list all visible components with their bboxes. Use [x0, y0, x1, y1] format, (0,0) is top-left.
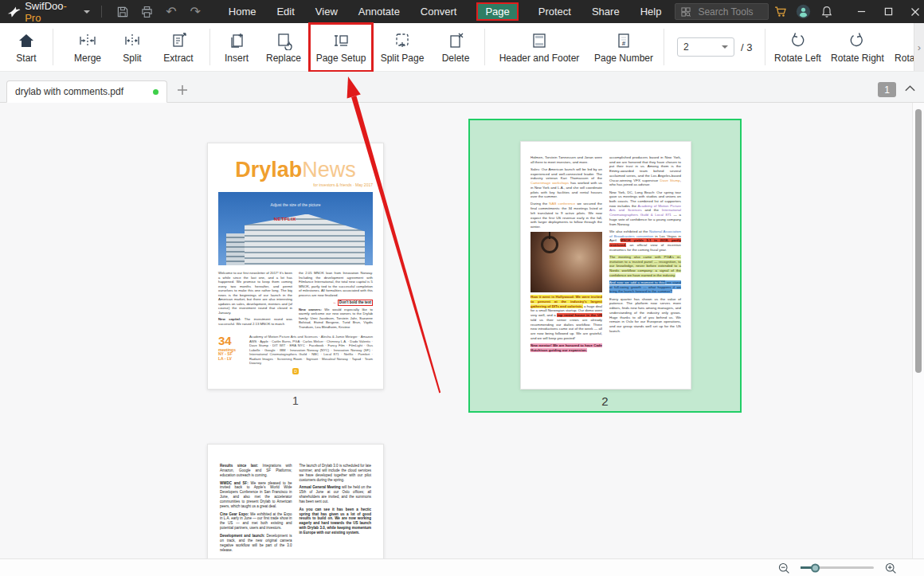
document-tab[interactable]: drylab with comments.pdf — [6, 80, 167, 103]
svg-text:#: # — [622, 40, 626, 47]
header-footer-button[interactable]: Header and Footer — [491, 25, 587, 69]
portrait-photo — [531, 232, 602, 292]
tab-title: drylab with comments.pdf — [15, 86, 123, 97]
insert-button[interactable]: Insert — [217, 25, 256, 69]
save-button[interactable] — [113, 0, 133, 23]
menu-view[interactable]: View — [315, 3, 339, 20]
menu-help[interactable]: Help — [640, 3, 663, 20]
page-thumbnail-1[interactable]: DrylabNews for investors & friends · May… — [207, 143, 384, 390]
tool-label: Extract — [163, 53, 193, 64]
tool-label: Delete — [442, 53, 470, 64]
menu-page[interactable]: Page — [476, 2, 518, 21]
toolbar-divider — [765, 29, 765, 65]
minimize-button[interactable] — [848, 0, 875, 23]
home-icon — [17, 31, 36, 50]
stat-cities: LA - LV — [218, 357, 244, 362]
stats-row: 34 meetings NY - SF LA - LV Academy of M… — [218, 335, 373, 365]
extract-button[interactable]: Extract — [154, 25, 203, 69]
toolbar-divider — [484, 29, 485, 65]
right-column: accomplished producers based in New York… — [609, 155, 681, 375]
link-text: Dave Stump — [660, 178, 680, 182]
masthead-light: News — [302, 158, 356, 182]
newsletter-page-2: Holmen, Torstein Tønnessen and Jøran wer… — [521, 142, 691, 389]
menu-convert[interactable]: Convert — [420, 3, 458, 20]
maximize-icon — [884, 7, 893, 16]
page-thumbnail-3[interactable]: Results since last: Integrations with Am… — [207, 444, 384, 558]
newsletter-page-3: Results since last: Integrations with Am… — [208, 445, 383, 558]
split-button[interactable]: Split — [111, 25, 154, 69]
redo-button[interactable]: ↷ — [186, 0, 206, 23]
page-navigation: 2 / 3 — [677, 37, 752, 57]
save-icon — [116, 6, 129, 18]
toolbar-overflow-button[interactable]: › — [914, 23, 924, 71]
selected-page-highlight: Holmen, Torstein Tønnessen and Jøran wer… — [468, 119, 742, 413]
menu-edit[interactable]: Edit — [276, 3, 295, 20]
stat-number: 34 — [218, 335, 244, 348]
notifications-button[interactable] — [815, 0, 838, 23]
rotate-right-button[interactable]: Rotate Right — [826, 25, 888, 69]
tool-label: Rotate Left — [774, 53, 821, 64]
link-text: Camerimage workshops — [531, 181, 569, 185]
page-number-select[interactable]: 2 — [677, 37, 734, 57]
vertical-scrollbar[interactable] — [912, 103, 924, 558]
tool-label: Page Setup — [316, 53, 366, 64]
current-page-value: 2 — [683, 41, 689, 53]
lead-in: New capital: — [218, 317, 241, 321]
page-number-button[interactable]: # Page Number — [587, 25, 660, 69]
pink-highlight: New mentor! We are honored to have Cade … — [531, 343, 602, 352]
left-column: Results since last: Integrations with Am… — [220, 464, 292, 558]
menu-annotate[interactable]: Annotate — [358, 3, 401, 20]
chevron-down-icon — [722, 45, 728, 49]
new-tab-button[interactable] — [176, 84, 189, 96]
app-menu-caret-icon[interactable] — [84, 10, 90, 14]
page-setup-button[interactable]: Page Setup — [311, 25, 371, 69]
page-thumbnail-2[interactable]: Holmen, Torstein Tønnessen and Jøran wer… — [520, 141, 691, 390]
chevron-right-icon: › — [918, 41, 921, 53]
zoom-in-button[interactable] — [884, 562, 897, 574]
menu-protect[interactable]: Protect — [538, 3, 572, 20]
split-page-button[interactable]: Split Page — [374, 25, 430, 69]
menu-share[interactable]: Share — [591, 3, 621, 20]
body-columns: Welcome to our first newsletter of 2017!… — [218, 271, 373, 331]
divider — [101, 6, 102, 18]
zoom-slider-handle[interactable] — [811, 563, 820, 572]
zoom-out-icon — [777, 562, 790, 574]
main-menu: Home Edit View Annotate Convert Page Pro… — [228, 2, 663, 21]
scrollbar-thumb[interactable] — [915, 109, 922, 373]
maximize-button[interactable] — [875, 0, 902, 23]
rotate-right-icon — [848, 31, 867, 50]
account-button[interactable] — [792, 0, 815, 23]
page-setup-icon — [331, 31, 350, 50]
start-button[interactable]: Start — [0, 25, 53, 69]
search-tools-box[interactable] — [675, 3, 769, 20]
merge-button[interactable]: Merge — [65, 25, 111, 69]
store-cart-button[interactable] — [769, 0, 792, 23]
page-number-icon: # — [614, 31, 633, 50]
swifdoo-logo-icon — [7, 6, 21, 18]
toolbar-divider — [664, 29, 664, 65]
chevron-up-icon — [904, 84, 916, 92]
close-button[interactable] — [902, 0, 924, 23]
tool-label: Rotate Right — [831, 53, 884, 64]
paragraph: Every quarter has shown us the value of … — [609, 297, 681, 334]
delete-button[interactable]: Delete — [433, 25, 478, 69]
rotate-left-icon — [788, 31, 807, 50]
document-tabbar: drylab with comments.pdf 1 — [0, 72, 924, 103]
zoom-out-button[interactable] — [777, 562, 790, 574]
toolbar-divider — [209, 29, 210, 65]
building-photo: Adjust the size of the picture NETFLIX — [218, 192, 373, 265]
zoom-slider[interactable] — [801, 566, 874, 569]
partners-list: Academy of Motion Picture Arts and Scien… — [249, 335, 373, 365]
print-button[interactable] — [137, 0, 157, 23]
titlebar-right — [769, 0, 924, 23]
menu-home[interactable]: Home — [228, 3, 257, 20]
swifdoo-pdf-window: SwifDoo-Pro ↶ ↷ Home — [0, 0, 924, 576]
paragraph: Welcome to our first newsletter of 2017!… — [218, 271, 292, 315]
replace-button[interactable]: Replace — [260, 25, 307, 69]
collapse-ribbon-button[interactable] — [904, 81, 916, 96]
split-icon — [123, 31, 142, 50]
undo-button[interactable]: ↶ — [161, 0, 181, 23]
search-input[interactable] — [696, 6, 763, 18]
tool-label: Insert — [225, 53, 249, 64]
rotate-left-button[interactable]: Rotate Left — [769, 25, 826, 69]
